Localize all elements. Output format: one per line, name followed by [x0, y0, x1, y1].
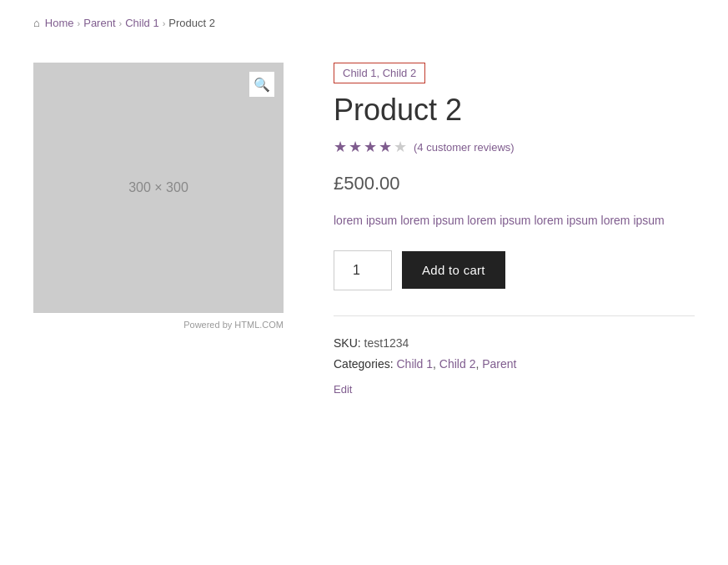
categories-row: Categories: Child 1, Child 2, Parent — [334, 354, 695, 375]
add-to-cart-row: Add to cart — [334, 250, 695, 290]
breadcrumb-parent[interactable]: Parent — [83, 17, 115, 29]
breadcrumb-separator-1: › — [78, 18, 81, 28]
product-details: Child 1, Child 2 Product 2 ★ ★ ★ ★ ★ (4 … — [334, 63, 695, 396]
product-meta: SKU: test1234 Categories: Child 1, Child… — [334, 333, 695, 375]
category-link-child1[interactable]: Child 1 — [396, 357, 433, 371]
category-link-child2[interactable]: Child 2 — [439, 357, 476, 371]
breadcrumb-separator-2: › — [119, 18, 123, 28]
zoom-button[interactable]: 🔍 — [249, 71, 275, 98]
product-image-placeholder: 300 × 300 — [33, 63, 284, 313]
star-2: ★ — [349, 138, 362, 156]
image-size-label: 300 × 300 — [128, 180, 188, 195]
star-3: ★ — [364, 138, 377, 156]
zoom-icon: 🔍 — [254, 77, 270, 93]
star-5: ★ — [394, 138, 407, 156]
breadcrumb-current: Product 2 — [168, 17, 215, 29]
star-1: ★ — [334, 138, 347, 156]
category-link-parent[interactable]: Parent — [482, 357, 516, 371]
product-meta-divider — [334, 315, 695, 316]
powered-by-label: Powered by HTML.COM — [33, 320, 284, 330]
home-icon: ⌂ — [33, 17, 40, 29]
star-rating: ★ ★ ★ ★ ★ — [334, 138, 407, 156]
sku-label: SKU: — [334, 336, 361, 350]
product-price: £500.00 — [334, 173, 695, 194]
product-title: Product 2 — [334, 92, 695, 128]
breadcrumb-home[interactable]: Home — [45, 17, 74, 29]
categories-label: Categories: — [334, 357, 394, 371]
breadcrumb-separator-3: › — [163, 18, 166, 28]
edit-link[interactable]: Edit — [334, 383, 352, 396]
star-4: ★ — [379, 138, 392, 156]
quantity-input[interactable] — [334, 250, 392, 290]
sku-row: SKU: test1234 — [334, 333, 695, 354]
add-to-cart-button[interactable]: Add to cart — [402, 251, 505, 289]
product-layout: 300 × 300 🔍 Powered by HTML.COM Child 1,… — [33, 63, 695, 396]
sku-value-text: test1234 — [364, 336, 409, 350]
product-image-container: 300 × 300 🔍 Powered by HTML.COM — [33, 63, 284, 330]
product-description: lorem ipsum lorem ipsum lorem ipsum lore… — [334, 211, 695, 230]
rating-row: ★ ★ ★ ★ ★ (4 customer reviews) — [334, 138, 695, 156]
product-category-tag: Child 1, Child 2 — [334, 63, 425, 83]
reviews-link[interactable]: (4 customer reviews) — [414, 141, 515, 154]
breadcrumb: ⌂ Home › Parent › Child 1 › Product 2 — [33, 17, 695, 29]
breadcrumb-child1[interactable]: Child 1 — [125, 17, 158, 29]
